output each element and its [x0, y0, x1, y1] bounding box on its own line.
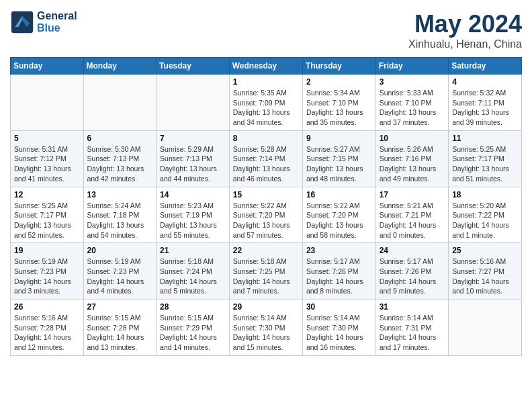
calendar-cell: 12Sunrise: 5:25 AM Sunset: 7:17 PM Dayli…	[11, 187, 84, 243]
day-info: Sunrise: 5:30 AM Sunset: 7:13 PM Dayligh…	[87, 144, 153, 184]
day-info: Sunrise: 5:29 AM Sunset: 7:13 PM Dayligh…	[160, 144, 226, 184]
day-number: 2	[306, 77, 372, 87]
day-number: 27	[87, 302, 153, 312]
day-number: 23	[306, 246, 372, 255]
day-number: 28	[160, 302, 226, 312]
day-info: Sunrise: 5:17 AM Sunset: 7:26 PM Dayligh…	[306, 257, 372, 296]
calendar-cell: 24Sunrise: 5:17 AM Sunset: 7:26 PM Dayli…	[375, 243, 449, 300]
day-info: Sunrise: 5:19 AM Sunset: 7:23 PM Dayligh…	[87, 257, 153, 296]
day-number: 24	[380, 246, 445, 255]
weekday-header: Wednesday	[229, 58, 302, 75]
logo: General Blue	[10, 10, 77, 34]
calendar-title: May 2024	[408, 10, 522, 38]
day-number: 4	[452, 77, 518, 87]
logo-text: General Blue	[37, 10, 77, 34]
day-info: Sunrise: 5:35 AM Sunset: 7:09 PM Dayligh…	[233, 88, 299, 128]
calendar-cell: 19Sunrise: 5:19 AM Sunset: 7:23 PM Dayli…	[11, 243, 84, 300]
calendar-cell: 28Sunrise: 5:15 AM Sunset: 7:29 PM Dayli…	[157, 300, 230, 356]
weekday-header: Tuesday	[157, 58, 230, 75]
calendar-cell: 9Sunrise: 5:27 AM Sunset: 7:15 PM Daylig…	[302, 130, 375, 187]
day-number: 25	[452, 246, 518, 255]
day-info: Sunrise: 5:20 AM Sunset: 7:22 PM Dayligh…	[452, 201, 518, 240]
day-info: Sunrise: 5:17 AM Sunset: 7:26 PM Dayligh…	[380, 257, 445, 296]
page-header: General Blue May 2024 Xinhualu, Henan, C…	[10, 10, 522, 50]
calendar-cell: 18Sunrise: 5:20 AM Sunset: 7:22 PM Dayli…	[449, 187, 522, 243]
calendar-cell: 11Sunrise: 5:25 AM Sunset: 7:17 PM Dayli…	[449, 130, 522, 187]
day-number: 11	[452, 134, 518, 143]
day-number: 10	[380, 134, 445, 143]
weekday-header: Saturday	[449, 58, 522, 75]
day-number: 1	[233, 77, 299, 87]
calendar-cell	[157, 75, 230, 131]
day-number: 15	[233, 190, 299, 199]
day-info: Sunrise: 5:23 AM Sunset: 7:19 PM Dayligh…	[160, 201, 226, 240]
calendar-subtitle: Xinhualu, Henan, China	[408, 38, 522, 50]
calendar-cell: 20Sunrise: 5:19 AM Sunset: 7:23 PM Dayli…	[83, 243, 157, 300]
day-number: 3	[380, 77, 445, 87]
calendar-cell: 23Sunrise: 5:17 AM Sunset: 7:26 PM Dayli…	[302, 243, 375, 300]
day-info: Sunrise: 5:25 AM Sunset: 7:17 PM Dayligh…	[14, 201, 80, 240]
day-info: Sunrise: 5:21 AM Sunset: 7:21 PM Dayligh…	[380, 201, 445, 240]
day-info: Sunrise: 5:14 AM Sunset: 7:31 PM Dayligh…	[380, 313, 445, 353]
calendar-cell: 3Sunrise: 5:33 AM Sunset: 7:10 PM Daylig…	[375, 75, 449, 131]
day-info: Sunrise: 5:19 AM Sunset: 7:23 PM Dayligh…	[14, 257, 80, 296]
day-number: 6	[87, 134, 153, 143]
calendar-cell: 21Sunrise: 5:18 AM Sunset: 7:24 PM Dayli…	[157, 243, 230, 300]
calendar-cell: 17Sunrise: 5:21 AM Sunset: 7:21 PM Dayli…	[375, 187, 449, 243]
calendar-cell: 16Sunrise: 5:22 AM Sunset: 7:20 PM Dayli…	[302, 187, 375, 243]
day-number: 30	[306, 302, 372, 312]
day-info: Sunrise: 5:15 AM Sunset: 7:29 PM Dayligh…	[160, 313, 226, 353]
day-info: Sunrise: 5:14 AM Sunset: 7:30 PM Dayligh…	[233, 313, 299, 353]
calendar-cell: 14Sunrise: 5:23 AM Sunset: 7:19 PM Dayli…	[157, 187, 230, 243]
day-number: 31	[380, 302, 445, 312]
day-number: 9	[306, 134, 372, 143]
calendar-week-row: 12Sunrise: 5:25 AM Sunset: 7:17 PM Dayli…	[11, 187, 522, 243]
day-number: 14	[160, 190, 226, 199]
day-info: Sunrise: 5:18 AM Sunset: 7:24 PM Dayligh…	[160, 257, 226, 296]
calendar-cell: 6Sunrise: 5:30 AM Sunset: 7:13 PM Daylig…	[83, 130, 157, 187]
svg-rect-0	[11, 11, 33, 33]
day-info: Sunrise: 5:15 AM Sunset: 7:28 PM Dayligh…	[87, 313, 153, 353]
day-number: 17	[380, 190, 445, 199]
weekday-header: Thursday	[302, 58, 375, 75]
day-info: Sunrise: 5:33 AM Sunset: 7:10 PM Dayligh…	[380, 88, 445, 128]
day-number: 12	[14, 190, 80, 199]
calendar-cell: 1Sunrise: 5:35 AM Sunset: 7:09 PM Daylig…	[229, 75, 302, 131]
day-number: 22	[233, 246, 299, 255]
calendar-cell: 8Sunrise: 5:28 AM Sunset: 7:14 PM Daylig…	[229, 130, 302, 187]
calendar-cell: 27Sunrise: 5:15 AM Sunset: 7:28 PM Dayli…	[83, 300, 157, 356]
day-number: 18	[452, 190, 518, 199]
day-number: 16	[306, 190, 372, 199]
calendar-cell	[449, 300, 522, 356]
day-info: Sunrise: 5:26 AM Sunset: 7:16 PM Dayligh…	[380, 144, 445, 184]
day-info: Sunrise: 5:16 AM Sunset: 7:28 PM Dayligh…	[14, 313, 80, 353]
day-info: Sunrise: 5:18 AM Sunset: 7:25 PM Dayligh…	[233, 257, 299, 296]
calendar-cell: 26Sunrise: 5:16 AM Sunset: 7:28 PM Dayli…	[11, 300, 84, 356]
calendar-cell	[83, 75, 157, 131]
calendar-cell: 25Sunrise: 5:16 AM Sunset: 7:27 PM Dayli…	[449, 243, 522, 300]
calendar-cell: 30Sunrise: 5:14 AM Sunset: 7:30 PM Dayli…	[302, 300, 375, 356]
day-number: 13	[87, 190, 153, 199]
day-number: 8	[233, 134, 299, 143]
day-number: 21	[160, 246, 226, 255]
weekday-header: Monday	[83, 58, 157, 75]
calendar-week-row: 1Sunrise: 5:35 AM Sunset: 7:09 PM Daylig…	[11, 75, 522, 131]
day-number: 26	[14, 302, 80, 312]
calendar-week-row: 5Sunrise: 5:31 AM Sunset: 7:12 PM Daylig…	[11, 130, 522, 187]
day-info: Sunrise: 5:31 AM Sunset: 7:12 PM Dayligh…	[14, 144, 80, 184]
calendar-cell: 4Sunrise: 5:32 AM Sunset: 7:11 PM Daylig…	[449, 75, 522, 131]
calendar-week-row: 26Sunrise: 5:16 AM Sunset: 7:28 PM Dayli…	[11, 300, 522, 356]
logo-icon	[10, 10, 34, 34]
calendar-cell: 7Sunrise: 5:29 AM Sunset: 7:13 PM Daylig…	[157, 130, 230, 187]
calendar-cell: 22Sunrise: 5:18 AM Sunset: 7:25 PM Dayli…	[229, 243, 302, 300]
calendar-cell: 13Sunrise: 5:24 AM Sunset: 7:18 PM Dayli…	[83, 187, 157, 243]
calendar-table: SundayMondayTuesdayWednesdayThursdayFrid…	[10, 57, 522, 356]
day-info: Sunrise: 5:14 AM Sunset: 7:30 PM Dayligh…	[306, 313, 372, 353]
day-info: Sunrise: 5:32 AM Sunset: 7:11 PM Dayligh…	[452, 88, 518, 128]
day-number: 7	[160, 134, 226, 143]
weekday-header-row: SundayMondayTuesdayWednesdayThursdayFrid…	[11, 58, 522, 75]
calendar-cell	[11, 75, 84, 131]
calendar-cell: 10Sunrise: 5:26 AM Sunset: 7:16 PM Dayli…	[375, 130, 449, 187]
calendar-cell: 15Sunrise: 5:22 AM Sunset: 7:20 PM Dayli…	[229, 187, 302, 243]
day-number: 19	[14, 246, 80, 255]
